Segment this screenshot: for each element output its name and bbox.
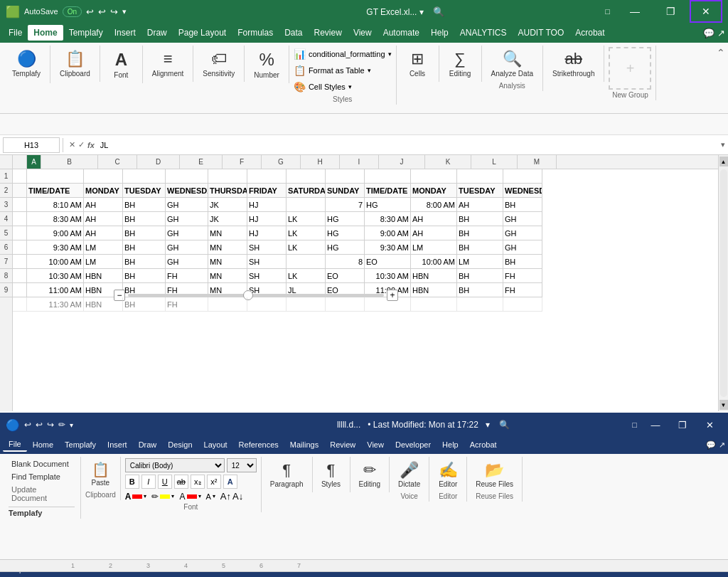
cell-J8[interactable]: 10:30 AM xyxy=(365,269,411,283)
row-header-7[interactable]: 7 xyxy=(0,255,12,269)
cell-G4[interactable]: HJ xyxy=(247,212,287,226)
cell-G3[interactable]: HJ xyxy=(247,198,287,212)
scroll-down-button[interactable]: ▼ xyxy=(719,400,728,410)
search-icon[interactable]: 🔍 xyxy=(433,6,444,17)
cell-M1[interactable] xyxy=(503,169,542,184)
cell-C10[interactable]: HBN xyxy=(84,297,123,312)
cell-H6[interactable]: LK xyxy=(287,240,326,255)
row-header-9[interactable]: 9 xyxy=(0,283,12,297)
cell-G8[interactable]: SH xyxy=(247,269,287,283)
cell-L2[interactable]: TUESDAY xyxy=(457,184,503,198)
cell-I4[interactable]: HG xyxy=(326,212,365,226)
underline-button[interactable]: U xyxy=(158,475,172,489)
formula-dropdown[interactable]: ▾ xyxy=(721,140,725,149)
cell-C5[interactable]: AH xyxy=(84,226,123,240)
word-menu-references[interactable]: References xyxy=(233,438,284,451)
cell-J1[interactable] xyxy=(365,169,411,184)
number-button[interactable]: % Number xyxy=(249,47,284,82)
cell-reference-input[interactable] xyxy=(3,137,60,153)
menu-page-layout[interactable]: Page Layout xyxy=(173,25,232,41)
cell-J5[interactable]: 9:00 AM xyxy=(365,226,411,240)
cell-C6[interactable]: LM xyxy=(84,240,123,255)
cell-B2[interactable]: TIME/DATE xyxy=(27,184,84,198)
cancel-formula-button[interactable]: ✕ xyxy=(69,140,75,149)
undo-word-icon[interactable]: ↩ xyxy=(24,420,31,430)
cell-H8[interactable]: LK xyxy=(287,269,326,283)
redo-icon[interactable]: ↪ xyxy=(110,6,118,17)
cell-H2[interactable]: SATURDAY xyxy=(287,184,326,198)
cell-M2[interactable]: WEDNESDAY xyxy=(503,184,542,198)
cell-E10[interactable]: FH xyxy=(166,297,208,312)
menu-formulas[interactable]: Formulas xyxy=(232,25,279,41)
cell-G10[interactable] xyxy=(247,297,287,312)
cell-E7[interactable]: GH xyxy=(166,255,208,269)
cell-B10[interactable]: 11:30 AM xyxy=(27,297,84,312)
cell-K8[interactable]: HBN xyxy=(411,269,457,283)
cell-A3[interactable] xyxy=(13,198,27,212)
cell-M8[interactable]: FH xyxy=(503,269,542,283)
shrink-text-button[interactable]: A↓ xyxy=(232,491,243,502)
cell-L7[interactable]: LM xyxy=(457,255,503,269)
menu-insert[interactable]: Insert xyxy=(109,25,141,41)
cell-L4[interactable]: BH xyxy=(457,212,503,226)
restore-button[interactable]: ❐ xyxy=(654,0,687,23)
cell-I6[interactable]: HG xyxy=(326,240,365,255)
word-minimize-button[interactable]: — xyxy=(643,415,668,435)
cell-K4[interactable]: AH xyxy=(411,212,457,226)
menu-draw[interactable]: Draw xyxy=(141,25,173,41)
word-editor-button[interactable]: ✍ Editor xyxy=(434,458,462,491)
cell-H1[interactable] xyxy=(287,169,326,184)
menu-file[interactable]: File xyxy=(3,25,28,41)
row-header-6[interactable]: 6 xyxy=(0,240,12,255)
cell-F1[interactable] xyxy=(208,169,247,184)
cell-C2[interactable]: MONDAY xyxy=(84,184,123,198)
cell-A5[interactable] xyxy=(13,226,27,240)
word-menu-file[interactable]: File xyxy=(3,438,27,452)
cell-M6[interactable]: GH xyxy=(503,240,542,255)
templafy-button[interactable]: 🔵 Templafy xyxy=(7,47,46,80)
cell-I10[interactable] xyxy=(326,297,365,312)
blank-document-item[interactable]: Blank Document xyxy=(9,458,75,470)
cell-L8[interactable]: BH xyxy=(457,269,503,283)
cell-L6[interactable]: BH xyxy=(457,240,503,255)
cell-K10[interactable] xyxy=(411,297,457,312)
cell-F3[interactable]: JK xyxy=(208,198,247,212)
superscript-button[interactable]: x² xyxy=(207,475,221,489)
cell-L3[interactable]: AH xyxy=(457,198,503,212)
styles-button[interactable]: ¶ Styles xyxy=(317,458,346,491)
cell-A9[interactable] xyxy=(13,283,27,297)
cell-F5[interactable]: MN xyxy=(208,226,247,240)
word-share-icon[interactable]: ↗ xyxy=(719,440,725,450)
cell-E4[interactable]: GH xyxy=(166,212,208,226)
menu-review[interactable]: Review xyxy=(309,25,348,41)
cells-button[interactable]: ⊞ Cells xyxy=(402,47,433,80)
font-color-swatch[interactable] xyxy=(132,494,142,499)
word-editing-button[interactable]: ✏ Editing xyxy=(355,458,385,491)
col-header-F[interactable]: F xyxy=(223,155,262,169)
formula-input[interactable] xyxy=(97,137,721,153)
cell-M7[interactable]: BH xyxy=(503,255,542,269)
cell-J7[interactable]: EO xyxy=(365,255,411,269)
cell-M10[interactable] xyxy=(503,297,542,312)
cell-D3[interactable]: BH xyxy=(123,198,166,212)
cell-F4[interactable]: JK xyxy=(208,212,247,226)
col-header-D[interactable]: D xyxy=(137,155,180,169)
word-menu-templafy[interactable]: Templafy xyxy=(59,438,102,451)
cell-A1[interactable] xyxy=(13,169,27,184)
font-color-swatch2[interactable] xyxy=(187,494,197,499)
cell-H5[interactable]: LK xyxy=(287,226,326,240)
cell-E8[interactable]: FH xyxy=(166,269,208,283)
undo-icon2[interactable]: ↩ xyxy=(98,6,106,17)
cell-D7[interactable]: BH xyxy=(123,255,166,269)
menu-data[interactable]: Data xyxy=(279,25,308,41)
menu-audit[interactable]: AUDIT TOO xyxy=(513,25,570,41)
cell-K7[interactable]: 10:00 AM xyxy=(411,255,457,269)
text-size-dropdown[interactable]: ▾ xyxy=(213,493,215,499)
menu-help[interactable]: Help xyxy=(425,25,454,41)
cell-F8[interactable]: MN xyxy=(208,269,247,283)
cell-G5[interactable]: HJ xyxy=(247,226,287,240)
cell-I8[interactable]: EO xyxy=(326,269,365,283)
cell-G1[interactable] xyxy=(247,169,287,184)
col-header-E[interactable]: E xyxy=(180,155,223,169)
cell-B3[interactable]: 8:10 AM xyxy=(27,198,84,212)
